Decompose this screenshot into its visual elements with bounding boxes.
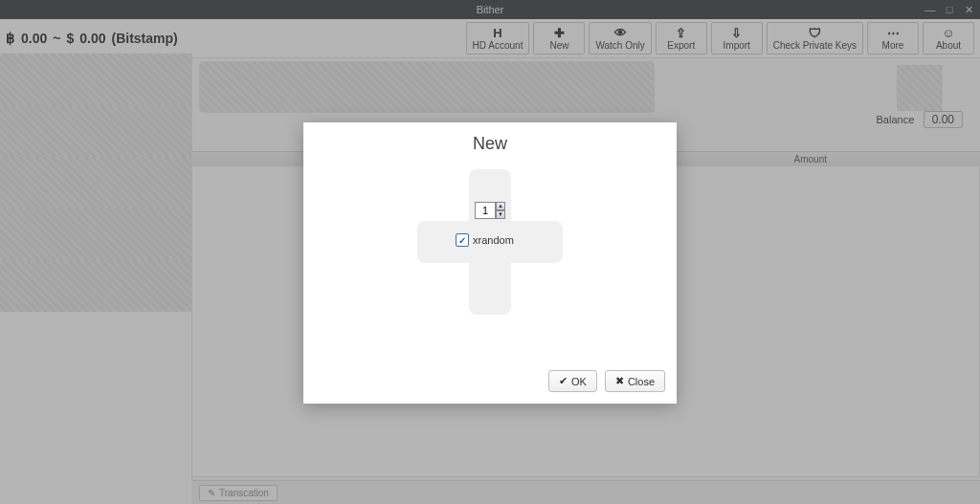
ok-button[interactable]: ✔ OK — [548, 370, 597, 392]
new-dialog: New ▲ ▼ ✓ xrandom ✔ OK ✖ — [303, 122, 677, 404]
close-icon: ✖ — [615, 375, 624, 387]
close-button[interactable]: ✖ Close — [605, 370, 665, 392]
checkbox-icon: ✓ — [456, 233, 469, 247]
check-icon: ✔ — [559, 375, 568, 387]
spinner-up-button[interactable]: ▲ — [496, 202, 505, 210]
count-input[interactable] — [475, 202, 496, 219]
count-spinner[interactable]: ▲ ▼ — [475, 202, 505, 219]
spinner-down-button[interactable]: ▼ — [496, 210, 505, 219]
xrandom-label: xrandom — [473, 234, 514, 246]
xrandom-checkbox[interactable]: ✓ xrandom — [456, 233, 514, 247]
dialog-title: New — [303, 134, 677, 154]
plus-graphic: ▲ ▼ ✓ xrandom — [417, 169, 563, 315]
